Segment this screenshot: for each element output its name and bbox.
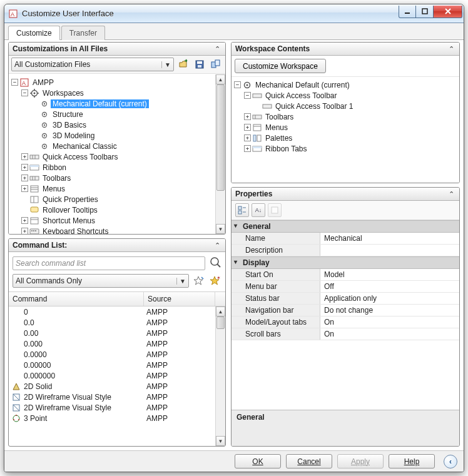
tree-node-workspaces[interactable]: Workspaces (41, 89, 86, 98)
star-add-button[interactable]: ✶ (208, 274, 221, 288)
expand-details-button[interactable]: ‹ (444, 455, 457, 468)
property-grid[interactable]: GeneralNameMechanicalDescriptionDisplayS… (231, 220, 459, 410)
col-source[interactable]: Source (144, 292, 215, 306)
collapse-icon[interactable]: ⌃ (213, 45, 221, 53)
property-value[interactable]: On (320, 316, 459, 328)
property-value[interactable]: Mechanical (320, 233, 459, 244)
scroll-up-button[interactable]: ▲ (216, 306, 225, 316)
scroll-down-button[interactable]: ▼ (216, 436, 225, 446)
vertical-scrollbar[interactable]: ▲ ▼ (215, 74, 225, 234)
collapse-icon[interactable]: ⌃ (447, 190, 455, 198)
workspace-mechanical-default[interactable]: Mechanical Default (current) (51, 99, 149, 108)
tree-node[interactable]: Quick Access Toolbars (41, 153, 120, 161)
tree-expander[interactable]: + (21, 153, 28, 160)
tree-expander[interactable]: − (11, 79, 18, 86)
tree-node[interactable]: Shortcut Menus (41, 216, 97, 225)
property-category[interactable]: Display (231, 256, 459, 269)
command-row[interactable]: 0.000000AMPP (9, 370, 215, 381)
ok-button[interactable]: OK (235, 454, 281, 468)
tab-transfer[interactable]: Transfer (61, 26, 105, 40)
tree-expander[interactable]: + (244, 145, 251, 152)
customize-workspace-button[interactable]: Customize Workspace (235, 59, 326, 73)
tree-expander[interactable]: + (244, 124, 251, 131)
workspace-item[interactable]: Structure (51, 110, 85, 119)
command-row[interactable]: 0AMPP (9, 306, 215, 317)
tree-node[interactable]: Rollover Tooltips (41, 206, 99, 215)
panes-button[interactable] (209, 58, 223, 71)
property-value[interactable]: Do not change (320, 305, 459, 316)
property-row[interactable]: NameMechanical (231, 233, 459, 245)
tree-node[interactable]: Menus (41, 185, 67, 193)
save-button[interactable] (193, 58, 206, 71)
ws-qat-group[interactable]: Quick Access Toolbar (263, 91, 339, 100)
customizations-tree[interactable]: −AAMPP −Workspaces Mechanical Default (c… (9, 74, 225, 234)
collapse-icon[interactable]: ⌃ (213, 241, 221, 250)
tree-node[interactable]: Quick Properties (41, 195, 100, 204)
minimize-button[interactable] (399, 6, 416, 18)
command-row[interactable]: 2D Wireframe Visual StyleAMPP (9, 402, 215, 413)
col-command[interactable]: Command (9, 292, 144, 306)
tree-expander[interactable]: − (244, 92, 251, 99)
tree-expander[interactable]: + (244, 113, 251, 120)
tree-expander[interactable]: + (21, 175, 28, 181)
property-row[interactable]: Menu barOff (231, 281, 459, 293)
property-category[interactable]: General (231, 220, 459, 233)
tree-expander[interactable]: − (21, 89, 28, 96)
property-value[interactable]: Model (320, 269, 459, 280)
property-row[interactable]: Start OnModel (231, 269, 459, 281)
alphabetical-view-button[interactable]: A↓ (252, 203, 265, 217)
star-filter-button[interactable] (191, 274, 205, 288)
scroll-thumb[interactable] (216, 316, 225, 329)
property-row[interactable]: Scroll barsOn (231, 328, 459, 340)
ws-root[interactable]: Mechanical Default (current) (253, 81, 352, 89)
property-row[interactable]: Status barApplication only (231, 293, 459, 305)
property-value[interactable]: On (320, 328, 459, 340)
tree-expander[interactable]: + (244, 134, 251, 141)
close-button[interactable] (434, 6, 462, 18)
apply-button[interactable]: Apply (337, 454, 384, 468)
ws-node[interactable]: Menus (263, 123, 290, 132)
tree-node[interactable]: Keyboard Shortcuts (41, 227, 110, 235)
tree-expander[interactable]: + (21, 164, 28, 171)
property-value[interactable]: Application only (320, 293, 459, 304)
cancel-button[interactable]: Cancel (286, 454, 332, 468)
workspace-contents-tree[interactable]: −Mechanical Default (current) −Quick Acc… (231, 76, 459, 183)
open-file-button[interactable] (176, 58, 190, 71)
property-value[interactable] (320, 245, 459, 256)
command-row[interactable]: 2D SolidAMPP (9, 381, 215, 392)
help-button[interactable]: Help (389, 454, 435, 468)
workspace-item[interactable]: Mechanical Classic (51, 142, 119, 151)
ws-qat-item[interactable]: Quick Access Toolbar 1 (273, 102, 355, 111)
customization-file-select[interactable]: All Customization Files ▼ (11, 58, 174, 71)
command-row[interactable]: 0.00AMPP (9, 328, 215, 338)
categorized-view-button[interactable] (235, 203, 249, 217)
workspace-item[interactable]: 3D Basics (51, 121, 88, 129)
property-row[interactable]: Model/Layout tabsOn (231, 316, 459, 328)
command-row[interactable]: 0.0AMPP (9, 317, 215, 328)
search-input[interactable]: Search command list (13, 256, 205, 270)
command-row[interactable]: 2D Wireframe Visual StyleAMPP (9, 392, 215, 402)
tree-node[interactable]: Toolbars (41, 174, 73, 183)
property-value[interactable]: Off (320, 281, 459, 292)
command-filter-select[interactable]: All Commands Only ▼ (13, 274, 189, 288)
command-row[interactable]: 0.000AMPP (9, 338, 215, 349)
property-row[interactable]: Navigation barDo not change (231, 305, 459, 316)
tree-root[interactable]: AMPP (31, 78, 56, 87)
tree-expander[interactable]: − (234, 81, 241, 88)
property-pages-button[interactable] (268, 203, 282, 217)
vertical-scrollbar[interactable]: ▲ ▼ (215, 306, 225, 446)
tree-expander[interactable]: + (21, 228, 28, 234)
command-row[interactable]: 3 PointAMPP (9, 413, 215, 423)
tree-expander[interactable]: + (21, 217, 28, 224)
search-icon[interactable] (209, 256, 221, 270)
tab-customize[interactable]: Customize (8, 26, 60, 40)
tree-expander[interactable]: + (21, 185, 28, 192)
maximize-button[interactable] (416, 6, 434, 18)
ws-node[interactable]: Toolbars (263, 113, 295, 121)
command-rows[interactable]: 0AMPP0.0AMPP0.00AMPP0.000AMPP0.0000AMPP0… (9, 306, 215, 446)
command-row[interactable]: 0.00000AMPP (9, 360, 215, 370)
ws-node[interactable]: Palettes (263, 134, 294, 143)
collapse-icon[interactable]: ⌃ (447, 45, 455, 53)
scroll-up-button[interactable]: ▲ (216, 74, 225, 84)
scroll-down-button[interactable]: ▼ (216, 224, 225, 234)
